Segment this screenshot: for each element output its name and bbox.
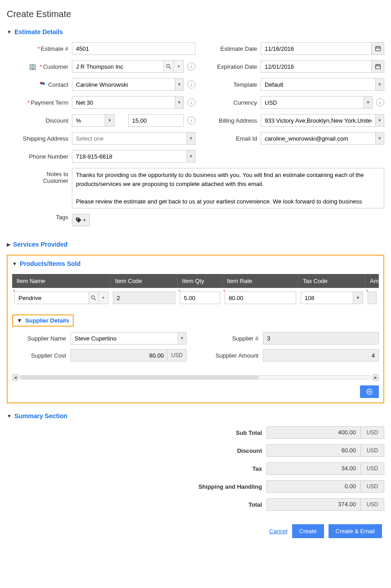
- create-button[interactable]: Create: [292, 524, 324, 538]
- customer-search-button[interactable]: [163, 60, 173, 73]
- section-services-toggle[interactable]: ▶ Services Provided: [7, 241, 384, 248]
- tax-value: 34.00: [267, 462, 361, 475]
- info-icon[interactable]: i: [187, 116, 196, 124]
- svg-rect-4: [375, 47, 380, 51]
- col-header-qty: Item Qty: [178, 274, 222, 288]
- horizontal-scrollbar[interactable]: ◀ ▶: [12, 373, 379, 382]
- estimate-no-input[interactable]: [72, 42, 196, 55]
- info-icon[interactable]: i: [187, 62, 196, 71]
- supplier-number-input: [263, 332, 379, 345]
- calendar-button[interactable]: [371, 42, 384, 55]
- subtotal-value: 400.00: [267, 426, 361, 439]
- chevron-down-icon[interactable]: ▼: [375, 114, 384, 127]
- svg-line-14: [94, 299, 96, 301]
- payment-term-select[interactable]: [72, 96, 175, 109]
- section-summary-toggle[interactable]: ▼ Summary Section: [7, 412, 384, 420]
- label-supplier-amount: Supplier Amount: [204, 352, 263, 359]
- supplier-name-select[interactable]: [71, 332, 178, 345]
- section-title: Products/Items Sold: [20, 260, 80, 267]
- chevron-down-icon[interactable]: ▼: [353, 292, 363, 304]
- chevron-down-icon[interactable]: ▼: [105, 114, 115, 127]
- label-tags: Tags: [56, 214, 68, 221]
- label-billing-address: Billing Address: [219, 117, 257, 124]
- col-header-code: Item Code: [111, 274, 178, 288]
- label-estimate-date: Estimate Date: [220, 45, 257, 52]
- svg-point-3: [42, 82, 45, 85]
- calendar-button[interactable]: [371, 60, 384, 73]
- chevron-down-icon[interactable]: ▼: [375, 132, 384, 145]
- label-tax: Tax: [253, 465, 262, 472]
- chevron-down-icon[interactable]: ▼: [364, 96, 373, 109]
- supplier-cost-unit: USD: [168, 349, 187, 362]
- shipping-address-select[interactable]: [72, 132, 187, 145]
- col-header-amount: Am: [365, 274, 379, 288]
- chevron-down-icon[interactable]: ▼: [375, 78, 384, 91]
- customer-input[interactable]: [72, 60, 163, 73]
- svg-point-2: [40, 82, 43, 84]
- add-product-row-button[interactable]: [360, 385, 379, 398]
- item-amount-input: [368, 292, 377, 304]
- notes-textarea[interactable]: Thanks for providing us the opportunity …: [72, 168, 384, 208]
- col-header-tax: Tax Code: [298, 274, 365, 288]
- email-id-select[interactable]: [261, 132, 375, 145]
- chevron-down-icon: ▼: [12, 261, 17, 266]
- section-supplier-toggle[interactable]: ▼ Supplier Details: [12, 314, 74, 327]
- contact-select[interactable]: [72, 78, 175, 91]
- chevron-down-icon[interactable]: ▼: [175, 96, 184, 109]
- discount-value: 60.00: [267, 444, 361, 457]
- chevron-down-icon: ▼: [17, 317, 22, 324]
- currency-select[interactable]: [261, 96, 364, 109]
- scroll-right-button[interactable]: ▶: [373, 374, 379, 380]
- item-name-input[interactable]: [14, 292, 89, 304]
- info-icon[interactable]: i: [187, 98, 196, 106]
- subtotal-unit: USD: [361, 426, 384, 439]
- discount-type-select[interactable]: [72, 114, 105, 127]
- phone-number-select[interactable]: [72, 150, 187, 163]
- chevron-down-icon[interactable]: ▼: [175, 78, 184, 91]
- discount-value-input[interactable]: [128, 114, 184, 127]
- item-add-button[interactable]: +: [98, 292, 108, 304]
- info-icon[interactable]: i: [187, 80, 196, 88]
- scroll-left-button[interactable]: ◀: [12, 374, 18, 380]
- tags-button[interactable]: ▼: [72, 214, 90, 226]
- chevron-down-icon: ▼: [83, 218, 86, 222]
- expiration-date-input[interactable]: [261, 60, 371, 73]
- page-title: Create Estimate: [7, 9, 384, 19]
- label-supplier-name: Supplier Name: [12, 335, 71, 342]
- scroll-track[interactable]: [19, 375, 372, 380]
- label-supplier-number: Supplier #: [204, 335, 263, 342]
- svg-point-12: [77, 218, 78, 219]
- info-icon[interactable]: i: [376, 98, 384, 106]
- supplier-amount-input: [263, 349, 379, 362]
- customer-add-button[interactable]: +: [173, 60, 184, 73]
- svg-rect-8: [375, 65, 380, 69]
- label-payment-term: Payment Term: [31, 99, 68, 106]
- chevron-down-icon: ▼: [7, 413, 12, 419]
- chevron-down-icon[interactable]: ▼: [187, 150, 196, 163]
- chevron-down-icon[interactable]: ▼: [187, 132, 196, 145]
- label-currency: Currency: [233, 99, 257, 106]
- scroll-thumb[interactable]: [20, 376, 259, 379]
- section-title: Summary Section: [14, 412, 67, 420]
- svg-point-13: [92, 296, 95, 299]
- chevron-down-icon[interactable]: ▼: [178, 332, 187, 345]
- section-products-toggle[interactable]: ▼ Products/Items Sold: [12, 260, 379, 267]
- label-template: Template: [233, 81, 257, 88]
- calendar-icon: [375, 45, 381, 52]
- item-qty-input[interactable]: [180, 292, 220, 304]
- cancel-link[interactable]: Cancel: [269, 528, 287, 535]
- label-expiration-date: Expiration Date: [217, 63, 257, 70]
- total-value: 374.00: [267, 498, 361, 511]
- item-rate-input[interactable]: [225, 292, 296, 304]
- label-contact: Contact: [48, 81, 68, 88]
- template-select[interactable]: [261, 78, 375, 91]
- label-estimate-no: Estimate #: [41, 45, 68, 52]
- billing-address-select[interactable]: [261, 114, 375, 127]
- tax-unit: USD: [361, 462, 384, 475]
- item-search-button[interactable]: [89, 292, 98, 304]
- tax-code-select[interactable]: [301, 292, 353, 304]
- estimate-date-input[interactable]: [261, 42, 371, 55]
- create-and-email-button[interactable]: Create & Email: [329, 524, 382, 538]
- search-icon: [165, 63, 172, 70]
- section-estimate-details-toggle[interactable]: ▼ Estimate Details: [7, 28, 384, 35]
